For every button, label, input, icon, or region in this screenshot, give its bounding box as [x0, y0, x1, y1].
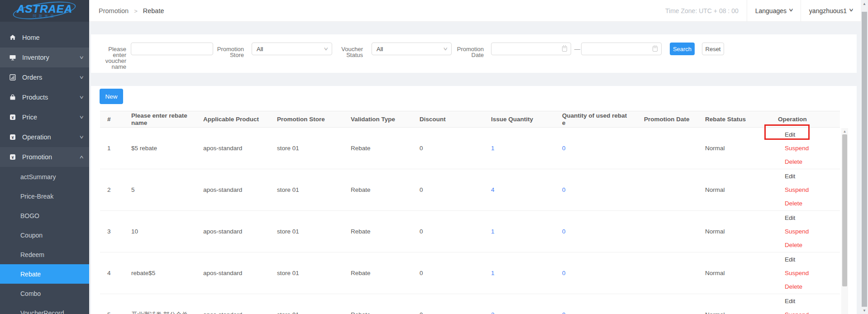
timezone-label: Time Zone: UTC + 08 : 00: [657, 0, 747, 22]
cell-used: 0: [555, 252, 637, 294]
issue-quantity-link[interactable]: 1: [491, 145, 495, 152]
home-icon: [9, 34, 16, 41]
column-header--: #: [100, 111, 124, 128]
cell-validation: Rebate: [343, 294, 412, 314]
sidebar-item-operation[interactable]: ¥Operation˅: [0, 127, 89, 147]
brand-name: ASTRAEA: [17, 4, 72, 14]
languages-label: Languages: [755, 7, 787, 14]
user-dropdown[interactable]: yangzhuous1 ˅: [801, 0, 861, 22]
scroll-up-arrow-icon[interactable]: ▲: [861, 0, 868, 7]
page-scrollbar: ▲ ▼: [861, 0, 868, 314]
edit-action-link[interactable]: Edit: [785, 295, 833, 308]
cell-name: 5: [124, 169, 196, 211]
cell-used: 0: [555, 211, 637, 252]
sidebar-item-rebate[interactable]: Rebate: [0, 264, 89, 284]
edit-action-link[interactable]: Edit: [785, 211, 833, 225]
delete-action-link[interactable]: Delete: [785, 197, 833, 210]
cell-name: 开业测试券 部分全单: [124, 294, 196, 314]
cell-used: 0: [555, 169, 637, 211]
voucher-status-select[interactable]: All ˅: [372, 43, 452, 55]
issue-quantity-link[interactable]: 3: [491, 311, 495, 314]
used-quantity-link[interactable]: 0: [562, 228, 566, 235]
chevron-down-icon: ˅: [849, 8, 854, 13]
column-header-rebate-status: Rebate Status: [698, 111, 771, 128]
suspend-action-link[interactable]: Suspend: [785, 183, 833, 197]
breadcrumb: Promotion > Rebate: [99, 7, 164, 14]
delete-action-link[interactable]: Delete: [785, 238, 833, 252]
promotion-date-from-input[interactable]: [491, 43, 571, 55]
chevron-down-icon: ˅: [324, 46, 328, 52]
brand-subtitle: 阿斯米亚: [33, 14, 57, 18]
sidebar-item-label: Home: [22, 34, 83, 41]
table-scrollbar-thumb[interactable]: [842, 134, 847, 286]
page-scrollbar-thumb[interactable]: [862, 12, 867, 307]
cell-store: store 01: [270, 211, 343, 252]
delete-action-link[interactable]: Delete: [785, 155, 833, 169]
languages-dropdown[interactable]: Languages ˅: [747, 0, 801, 22]
sidebar-item-products[interactable]: Products˅: [0, 87, 89, 107]
cell-date: [637, 252, 698, 294]
cell-discount: 0: [412, 211, 484, 252]
cell-date: [637, 128, 698, 169]
sidebar-item-voucherrecord[interactable]: VoucherRecord: [0, 303, 89, 314]
cell-product: apos-standard: [196, 294, 270, 314]
sidebar-item-redeem[interactable]: Redeem: [0, 245, 89, 264]
used-quantity-link[interactable]: 0: [562, 311, 566, 314]
used-quantity-link[interactable]: 0: [562, 270, 566, 276]
reset-button[interactable]: Reset: [702, 43, 724, 55]
voucher-name-label: Please enter voucher name: [95, 46, 126, 70]
delete-action-link[interactable]: Delete: [785, 280, 833, 294]
sidebar-item-price-break[interactable]: Price-Break: [0, 186, 89, 206]
used-quantity-link[interactable]: 0: [562, 186, 566, 193]
suspend-action-link[interactable]: Suspend: [785, 308, 833, 314]
issue-quantity-link[interactable]: 1: [491, 228, 495, 235]
cell-num: 4: [100, 252, 124, 294]
sidebar-subitem-label: Combo: [20, 290, 83, 297]
suspend-action-link[interactable]: Suspend: [785, 225, 833, 238]
breadcrumb-promotion[interactable]: Promotion: [99, 7, 129, 14]
issue-quantity-link[interactable]: 4: [491, 186, 495, 193]
cell-status: Normal: [698, 294, 771, 314]
cell-used: 0: [555, 128, 637, 169]
sidebar-item-label: Inventory: [22, 54, 80, 61]
voucher-name-input[interactable]: [131, 43, 213, 55]
sidebar-item-promotion[interactable]: ¥Promotion˄: [0, 147, 89, 167]
sidebar-item-price[interactable]: ¥Price˅: [0, 107, 89, 127]
price-icon: ¥: [9, 114, 16, 121]
promotion-date-to-input[interactable]: [581, 43, 662, 55]
chevron-down-icon: ˅: [79, 95, 83, 100]
sidebar-item-orders[interactable]: Orders˅: [0, 67, 89, 87]
sidebar-item-coupon[interactable]: Coupon: [0, 225, 89, 245]
promotion-store-select[interactable]: All ˅: [252, 43, 332, 55]
table-scrollbar: ▲: [841, 128, 848, 314]
operation-icon: ¥: [9, 133, 16, 141]
promotion-store-value: All: [257, 46, 263, 52]
edit-action-link[interactable]: Edit: [785, 253, 833, 266]
sidebar-item-bogo[interactable]: BOGO: [0, 206, 89, 225]
scroll-down-arrow-icon[interactable]: ▼: [861, 307, 868, 314]
edit-action-link[interactable]: Edit: [785, 170, 833, 183]
edit-action-link[interactable]: Edit: [785, 128, 833, 142]
cell-issue: 4: [484, 169, 555, 211]
used-quantity-link[interactable]: 0: [562, 145, 566, 152]
cell-operation: EditSuspendDelete: [771, 128, 840, 169]
suspend-action-link[interactable]: Suspend: [785, 266, 833, 280]
cell-operation: EditSuspendDelete: [771, 294, 840, 314]
cell-date: [637, 169, 698, 211]
issue-quantity-link[interactable]: 1: [491, 270, 495, 276]
sidebar-item-home[interactable]: Home: [0, 28, 89, 48]
sidebar: ASTRAEA 阿斯米亚 HomeInventory˅Orders˅Produc…: [0, 0, 89, 314]
sidebar-item-combo[interactable]: Combo: [0, 284, 89, 303]
breadcrumb-rebate: Rebate: [143, 7, 164, 14]
chevron-down-icon: ˅: [789, 8, 793, 13]
search-button[interactable]: Search: [670, 43, 695, 55]
cell-store: store 01: [270, 294, 343, 314]
sidebar-item-actsummary[interactable]: actSummary: [0, 167, 89, 186]
column-header-applicable-product: Applicable Product: [196, 111, 270, 128]
new-button[interactable]: New: [100, 89, 123, 104]
voucher-status-label: Voucher Status: [331, 46, 363, 58]
table-row: 5开业测试券 部分全单apos-standardstore 01Rebate03…: [100, 294, 840, 314]
sidebar-item-inventory[interactable]: Inventory˅: [0, 48, 89, 67]
suspend-action-link[interactable]: Suspend: [785, 142, 833, 155]
scroll-up-arrow-icon[interactable]: ▲: [841, 128, 848, 134]
